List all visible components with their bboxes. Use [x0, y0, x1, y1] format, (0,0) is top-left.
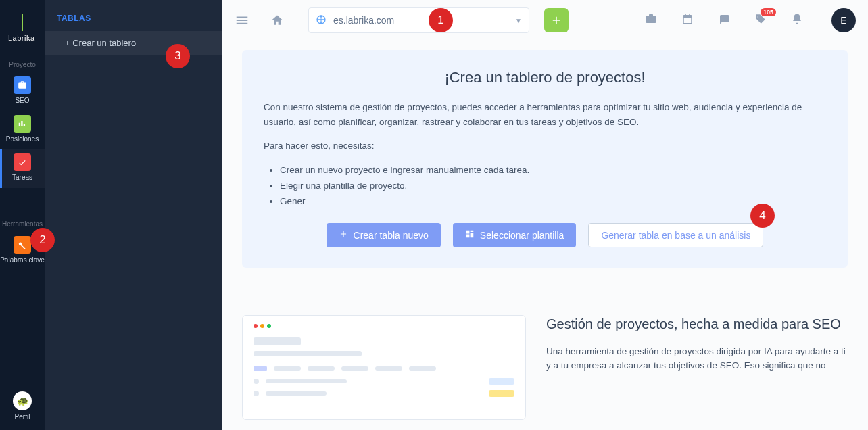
domain-input[interactable]	[333, 8, 508, 32]
nav-profile[interactable]: 🐢 Perfil	[0, 387, 45, 427]
onboarding-card: ¡Crea un tablero de proyectos! Con nuest…	[242, 50, 848, 268]
info-title: Gestión de proyectos, hecha a medida par…	[546, 315, 848, 333]
chevron-down-icon[interactable]: ▼	[508, 17, 529, 24]
tag-icon[interactable]: 105	[754, 13, 769, 28]
chart-icon	[14, 115, 31, 133]
nav-positions[interactable]: Posiciones	[0, 111, 45, 149]
info-body: Una herramienta de gestión de proyectos …	[546, 344, 848, 373]
check-icon	[14, 153, 31, 171]
card-li: Gener	[280, 194, 826, 210]
button-label: Crear tabla nuevo	[354, 230, 429, 241]
briefcase-icon[interactable]	[645, 13, 660, 28]
section-label-project: Proyecto	[9, 61, 35, 68]
globe-icon	[309, 14, 333, 27]
card-desc-1: Con nuestro sistema de gestión de proyec…	[264, 100, 826, 129]
nav-keywords[interactable]: Palabras clave	[0, 232, 45, 270]
chat-icon[interactable]	[718, 13, 733, 28]
nav-label: Palabras clave	[0, 256, 45, 264]
card-title: ¡Crea un tablero de proyectos!	[264, 69, 826, 87]
info-section: Gestión de proyectos, hecha a medida par…	[242, 315, 848, 420]
card-li: Crear un nuevo proyecto e ingresar manua…	[280, 163, 826, 178]
logo-text: Labrika	[8, 34, 35, 42]
bell-icon[interactable]	[791, 13, 806, 28]
home-icon[interactable]	[269, 12, 285, 28]
nav-label: SEO	[15, 97, 29, 104]
boards-header: TABLAS	[45, 4, 222, 31]
section-label-tools: Herramientas	[2, 220, 43, 228]
briefcase-icon	[14, 76, 31, 94]
card-desc-2: Para hacer esto, necesitas:	[264, 139, 826, 153]
nav-label: Perfil	[15, 413, 30, 421]
avatar-icon: 🐢	[13, 391, 32, 410]
logo: Labrika	[0, 0, 45, 54]
card-actions: Crear tabla nuevo Seleccionar plantilla …	[264, 223, 826, 247]
sidebar-narrow: Labrika Proyecto SEO Posiciones Tareas H…	[0, 0, 45, 430]
plus-icon	[339, 229, 348, 241]
generate-table-button[interactable]: Generar tabla en base a un análisis	[588, 223, 763, 247]
card-list: Crear un nuevo proyecto e ingresar manua…	[280, 163, 826, 210]
nav-tasks[interactable]: Tareas	[0, 149, 45, 188]
key-icon	[14, 236, 31, 254]
badge: 105	[761, 8, 776, 16]
template-icon	[465, 229, 475, 241]
calendar-icon[interactable]	[681, 13, 696, 28]
domain-select[interactable]: ▼	[308, 7, 529, 33]
select-template-button[interactable]: Seleccionar plantilla	[453, 223, 577, 247]
create-board-button[interactable]: + Crear un tablero	[45, 31, 222, 55]
create-board-label: + Crear un tablero	[65, 38, 136, 48]
topbar: ▼ 105 E	[222, 0, 868, 41]
info-text: Gestión de proyectos, hecha a medida par…	[546, 315, 848, 373]
avatar-letter: E	[840, 15, 846, 26]
user-avatar[interactable]: E	[831, 8, 856, 32]
menu-icon[interactable]	[234, 12, 250, 28]
main: ▼ 105 E	[222, 0, 868, 430]
nav-seo[interactable]: SEO	[0, 72, 45, 111]
add-button[interactable]	[544, 8, 569, 32]
card-li: Elegir una plantilla de proyecto.	[280, 178, 826, 194]
button-label: Generar tabla en base a un análisis	[601, 230, 750, 241]
create-table-button[interactable]: Crear tabla nuevo	[327, 223, 441, 247]
nav-label: Posiciones	[6, 135, 39, 143]
button-label: Seleccionar plantilla	[480, 230, 564, 241]
preview-mock	[242, 315, 526, 420]
content: ¡Crea un tablero de proyectos! Con nuest…	[222, 41, 868, 430]
nav-label: Tareas	[12, 174, 32, 181]
sidebar-wide: TABLAS + Crear un tablero	[45, 0, 222, 430]
